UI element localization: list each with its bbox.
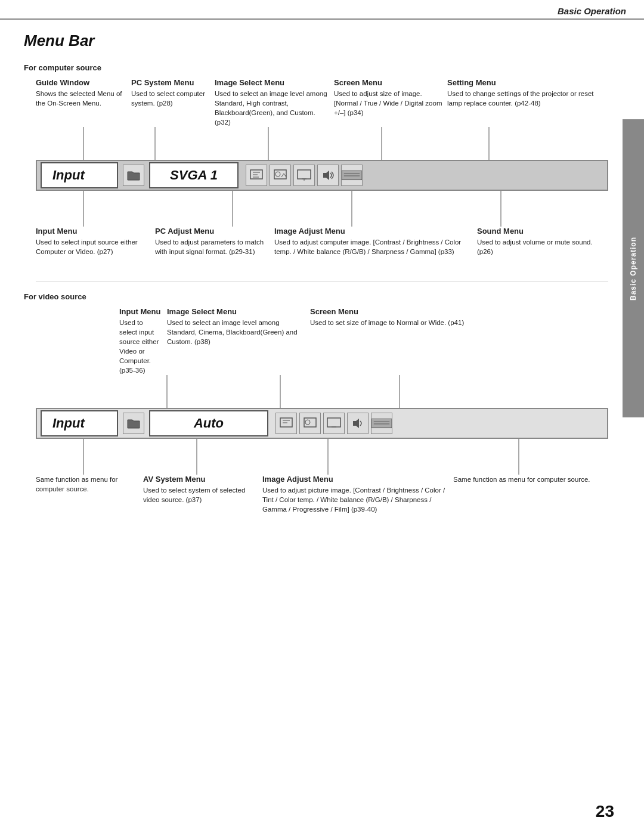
setting-menu-label: Setting Menu Used to change settings of … [447, 78, 608, 127]
image-select-menu-label: Image Select Menu Used to select an imag… [215, 78, 334, 127]
menu-icons [246, 165, 363, 186]
screen-menu-v-title: Screen Menu [310, 307, 608, 316]
pc-system-menu-label: PC System Menu Used to select computer s… [131, 78, 215, 127]
image-adjust-menu-v-title: Image Adjust Menu [262, 475, 448, 484]
svg-point-30 [305, 420, 310, 425]
computer-source-section: For computer source Guide Window Shows t… [24, 63, 620, 257]
pc-adjust-menu-title: PC Adjust Menu [155, 227, 270, 236]
svg-rect-16 [342, 171, 362, 180]
video-menu-bar: Input Auto [36, 408, 608, 439]
header-title: Basic Operation [558, 6, 626, 16]
image-adjust-menu-v-desc: Used to adjust picture image. [Contrast … [262, 485, 448, 514]
bottom-connector-lines [36, 191, 608, 227]
guide-window-title: Guide Window [36, 78, 126, 87]
right-sidebar: Basic Operation [623, 119, 644, 417]
section-divider [36, 281, 608, 281]
screen-menu-v-desc: Used to set size of image to Normal or W… [310, 318, 608, 327]
top-connector-lines [36, 127, 608, 160]
pc-system-menu-title: PC System Menu [131, 78, 210, 87]
input-menu-desc: Used to select input source either Compu… [36, 237, 150, 256]
sound-icon [317, 165, 339, 186]
image-select-menu-v-label: Image Select Menu Used to select an imag… [167, 307, 310, 376]
guide-window-label: Guide Window Shows the selected Menu of … [36, 78, 131, 127]
video-menu-icons [275, 413, 392, 434]
video-folder-icon [123, 413, 144, 434]
same-right-desc: Same function as menu for computer sourc… [453, 475, 608, 484]
image-select-menu-v-desc: Used to select an image level among Stan… [167, 318, 305, 346]
pc-system-menu-desc: Used to select computer system. (p28) [131, 89, 210, 108]
image-select-menu-title: Image Select Menu [215, 78, 329, 87]
input-menu-v-desc: Used to select input source either Video… [119, 318, 162, 376]
same-left-desc: Same function as menu for computer sourc… [36, 475, 138, 494]
screen-menu-title: Screen Menu [334, 78, 442, 87]
input-menu-title: Input Menu [36, 227, 150, 236]
video-bottom-connector-lines [36, 439, 608, 475]
pc-adjust-menu-label: PC Adjust Menu Used to adjust parameters… [155, 227, 274, 256]
av-system-menu-title: AV System Menu [143, 475, 258, 484]
page-number: 23 [596, 802, 614, 821]
main-content: Menu Bar For computer source Guide Windo… [0, 20, 644, 526]
video-screen-icon [323, 413, 345, 434]
image-select-menu-v-title: Image Select Menu [167, 307, 305, 316]
video-sound-icon [347, 413, 369, 434]
setting-icon [341, 165, 363, 186]
image-adjust-menu-v-label: Image Adjust Menu Used to adjust picture… [262, 475, 453, 514]
pc-adjust-icon [246, 165, 267, 186]
same-right-label: Same function as menu for computer sourc… [453, 475, 608, 514]
folder-icon [123, 165, 144, 186]
av-system-menu-desc: Used to select system of selected video … [143, 485, 258, 504]
computer-source-label: For computer source [24, 63, 620, 72]
svg-rect-31 [327, 418, 340, 427]
svg-point-11 [275, 172, 280, 176]
video-pc-adjust-icon [275, 413, 297, 434]
svga-box: SVGA 1 [149, 162, 239, 188]
svg-rect-12 [298, 170, 311, 179]
image-adjust-menu-label: Image Adjust Menu Used to adjust compute… [274, 227, 477, 256]
setting-menu-desc: Used to change settings of the projector… [447, 89, 608, 108]
screen-menu-label: Screen Menu Used to adjust size of image… [334, 78, 447, 127]
page-title: Menu Bar [24, 32, 620, 50]
header: Basic Operation [0, 0, 644, 20]
video-image-adjust-icon [299, 413, 321, 434]
screen-menu-desc: Used to adjust size of image. [Normal / … [334, 89, 442, 117]
svg-rect-34 [371, 419, 392, 428]
input-menu-v-label: Input Menu Used to select input source e… [36, 307, 167, 376]
same-left-label: Same function as menu for computer sourc… [36, 475, 143, 514]
video-input-box: Input [41, 410, 118, 436]
image-adjust-icon [270, 165, 291, 186]
video-setting-icon [371, 413, 392, 434]
sound-menu-label: Sound Menu Used to adjust volume or mute… [477, 227, 608, 256]
svg-marker-33 [353, 419, 359, 428]
pc-adjust-menu-desc: Used to adjust parameters to match with … [155, 237, 270, 256]
sound-menu-desc: Used to adjust volume or mute sound. (p2… [477, 237, 608, 256]
input-box: Input [41, 162, 118, 188]
screen-icon [293, 165, 315, 186]
sound-menu-title: Sound Menu [477, 227, 608, 236]
image-adjust-menu-title: Image Adjust Menu [274, 227, 472, 236]
image-adjust-menu-desc: Used to adjust computer image. [Contrast… [274, 237, 472, 256]
bottom-labels-row: Input Menu Used to select input source e… [36, 227, 608, 256]
video-source-section: For video source Input Menu Used to sele… [24, 292, 620, 515]
video-bottom-labels-row: Same function as menu for computer sourc… [36, 475, 608, 514]
input-menu-label: Input Menu Used to select input source e… [36, 227, 155, 256]
screen-menu-v-label: Screen Menu Used to set size of image to… [310, 307, 608, 376]
video-top-connector-lines [36, 375, 608, 408]
guide-window-desc: Shows the selected Menu of the On-Screen… [36, 89, 126, 108]
auto-box: Auto [149, 410, 268, 436]
image-select-menu-desc: Used to select an image level among Stan… [215, 89, 329, 127]
video-source-label: For video source [24, 292, 620, 301]
av-system-menu-label: AV System Menu Used to select system of … [143, 475, 262, 514]
computer-menu-bar: Input SVGA 1 [36, 160, 608, 191]
setting-menu-title: Setting Menu [447, 78, 608, 87]
input-menu-v-title: Input Menu [119, 307, 162, 316]
svg-marker-15 [323, 171, 329, 180]
